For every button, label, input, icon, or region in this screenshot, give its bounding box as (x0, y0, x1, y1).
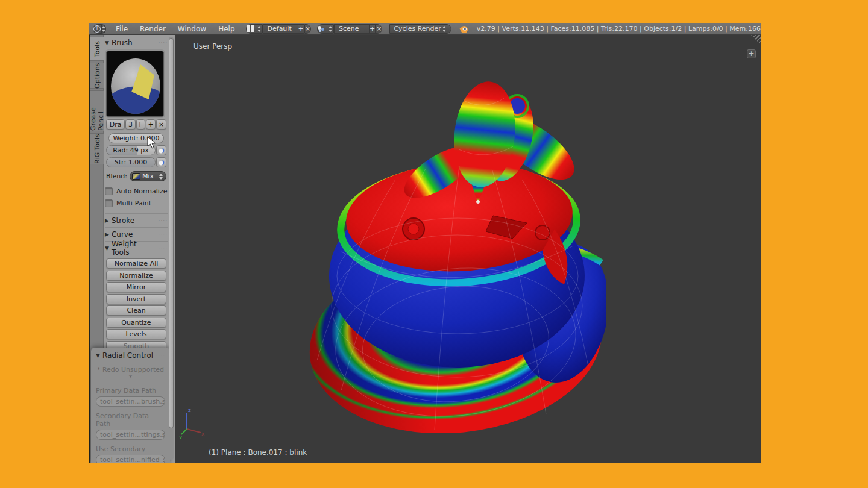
info-header: i File Render Window Help Default + × Sc… (89, 23, 761, 35)
tab-tools[interactable]: Tools (90, 37, 104, 61)
view-name-label: User Persp (193, 42, 232, 51)
svg-text:y: y (179, 434, 183, 439)
tool-shelf-scrollbar[interactable] (169, 37, 174, 460)
layout-icon (247, 25, 254, 32)
editor-type-button[interactable]: i (93, 24, 101, 34)
tab-options[interactable]: Options (90, 63, 104, 89)
normalize-button[interactable]: Normalize (106, 271, 166, 281)
panel-collapsed-icon: ▶ (105, 231, 109, 237)
editor-type-arrows-icon[interactable] (101, 24, 106, 34)
axis-gizmo-icon: z x y (179, 405, 206, 439)
brush-users-count[interactable]: 3 (125, 119, 136, 130)
menu-window[interactable]: Window (172, 23, 212, 35)
brush-panel-header[interactable]: ▼ Brush ···· (105, 37, 168, 48)
tool-shelf: Tools Options Grease Pencil RiG Tools ▼ … (90, 35, 175, 463)
normalize-all-button[interactable]: Normalize All (106, 258, 166, 269)
stroke-panel-header[interactable]: ▶ Stroke ···· (105, 215, 168, 226)
secondary-data-path-field[interactable]: tool_settin...ttings.size (96, 430, 165, 440)
panel-collapsed-icon: ▶ (105, 217, 109, 224)
info-icon: i (93, 25, 101, 33)
brush-sphere-thumbnail (111, 58, 160, 114)
panel-expand-icon: ▼ (96, 352, 100, 358)
blend-mode-select[interactable]: Mix (130, 171, 166, 181)
weight-painted-model[interactable] (305, 77, 606, 433)
curve-panel-header[interactable]: ▶ Curve ···· (105, 229, 168, 240)
blender-logo-icon (459, 25, 468, 33)
blend-label: Blend: (106, 172, 127, 180)
menu-file[interactable]: File (110, 23, 134, 35)
primary-data-path-field[interactable]: tool_settin...brush.size (96, 396, 165, 407)
mirror-button[interactable]: Mirror (106, 282, 166, 292)
add-layout-button[interactable]: + (298, 24, 304, 34)
svg-text:x: x (201, 431, 205, 437)
panel-grip-icon: ···· (159, 245, 168, 251)
close-scene-button[interactable]: × (376, 24, 382, 34)
svg-text:z: z (188, 407, 191, 413)
panel-grip-icon: ···· (159, 40, 168, 46)
use-secondary-field[interactable]: tool_settin...nified_size (96, 455, 165, 463)
panel-expand-icon: ▼ (105, 245, 109, 251)
scene-button[interactable] (317, 24, 334, 34)
radial-control-panel: ▼ Radial Control ···· * Redo Unsupported… (91, 348, 170, 463)
add-scene-button[interactable]: + (369, 24, 376, 34)
add-brush-button[interactable]: + (146, 119, 156, 130)
scrollbar-thumb[interactable] (169, 38, 174, 428)
pressure-icon (158, 159, 165, 166)
render-engine-select[interactable]: Cycles Render (389, 24, 451, 34)
radius-pressure-button[interactable] (156, 145, 166, 155)
invert-button[interactable]: Invert (106, 294, 166, 304)
strength-slider[interactable]: Str: 1.000 (106, 157, 156, 167)
multi-paint-checkbox[interactable] (105, 199, 113, 207)
menu-render[interactable]: Render (134, 23, 172, 35)
multi-paint-label: Multi-Paint (116, 199, 151, 207)
screen-layout-field[interactable]: Default (263, 24, 298, 34)
use-secondary-label: Use Secondary (96, 445, 165, 453)
brush-preview[interactable] (106, 51, 164, 117)
scene-field[interactable]: Scene (334, 24, 369, 34)
auto-normalize-label: Auto Normalize (116, 187, 167, 195)
secondary-data-path-label: Secondary Data Path (96, 412, 165, 428)
unlink-brush-button[interactable]: × (156, 119, 166, 130)
panel-grip-icon: ···· (159, 217, 168, 224)
primary-data-path-label: Primary Data Path (96, 387, 165, 395)
radial-control-header[interactable]: ▼ Radial Control ···· (96, 350, 165, 361)
weight-tools-panel-header[interactable]: ▼ Weight Tools ···· (105, 243, 168, 254)
levels-button[interactable]: Levels (106, 329, 166, 339)
fake-user-button[interactable]: F (136, 119, 145, 130)
panel-expand-icon: ▼ (105, 40, 109, 46)
screen-layout-button[interactable] (246, 24, 263, 34)
tab-rig-tools[interactable]: RiG Tools (90, 133, 104, 164)
scene-statistics: v2.79 | Verts:11,143 | Faces:11,085 | Tr… (477, 25, 761, 33)
quantize-button[interactable]: Quantize (106, 318, 166, 328)
weight-slider[interactable]: Weight: 0.000 (108, 133, 164, 143)
tab-grease-pencil[interactable]: Grease Pencil (90, 90, 104, 131)
menu-help[interactable]: Help (212, 23, 241, 35)
blender-window: i File Render Window Help Default + × Sc… (89, 23, 761, 463)
panel-grip-icon: ···· (159, 231, 168, 237)
brush-name-field[interactable]: Dra (106, 119, 125, 130)
viewport-3d[interactable]: User Persp + (175, 35, 761, 463)
corner-resize-icon[interactable] (749, 35, 761, 47)
radius-slider[interactable]: Rad: 49 px (106, 145, 156, 155)
strength-pressure-button[interactable] (156, 157, 166, 167)
redo-unsupported-notice: * Redo Unsupported * (96, 366, 165, 381)
active-object-status: (1) Plane : Bone.017 : blink (209, 448, 307, 457)
close-layout-button[interactable]: × (304, 24, 311, 34)
clean-button[interactable]: Clean (106, 305, 166, 316)
panel-grip-icon: ···· (156, 352, 165, 358)
auto-normalize-checkbox[interactable] (105, 187, 113, 195)
pressure-icon (158, 147, 165, 154)
scene-icon (318, 25, 326, 32)
blend-thumbnail-icon (132, 173, 140, 180)
properties-region-toggle-button[interactable]: + (747, 49, 756, 58)
